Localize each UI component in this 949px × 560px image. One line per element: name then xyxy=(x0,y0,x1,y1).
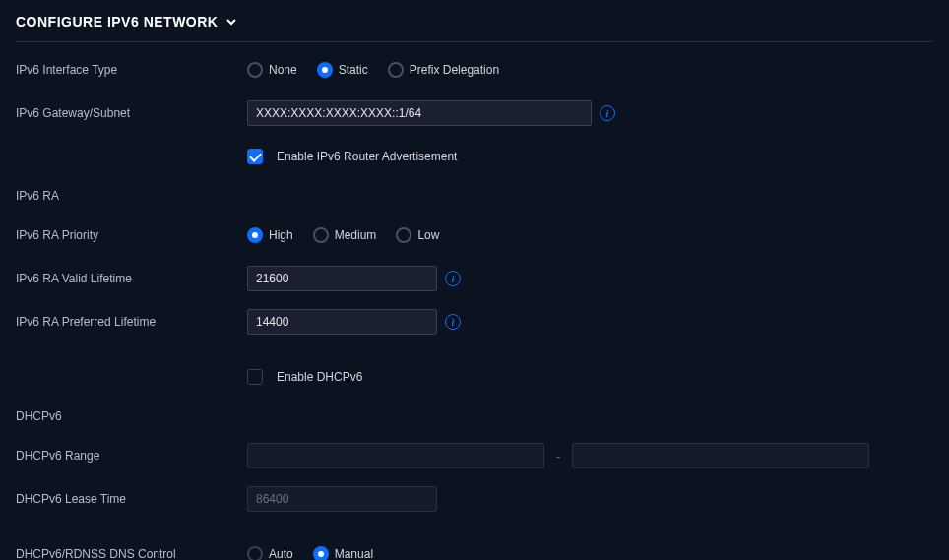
radio-dns-manual[interactable]: Manual xyxy=(313,546,373,560)
ra-enable-checkbox[interactable] xyxy=(247,149,263,164)
label-ra-priority: IPv6 RA Priority xyxy=(16,228,247,242)
radio-label: Static xyxy=(339,63,368,77)
radio-label: None xyxy=(269,63,297,77)
dhcpv6-range-stop-input[interactable] xyxy=(572,443,869,468)
row-dns-control: DHCPv6/RDNSS DNS Control Auto Manual xyxy=(16,540,933,560)
radio-label: High xyxy=(269,228,293,242)
dhcpv6-enable-label: Enable DHCPv6 xyxy=(277,370,362,384)
label-interface-type: IPv6 Interface Type xyxy=(16,63,247,77)
interface-type-radio-group: None Static Prefix Delegation xyxy=(247,62,499,78)
row-ra-priority: IPv6 RA Priority High Medium Low xyxy=(16,221,933,249)
radio-icon xyxy=(388,62,404,78)
radio-interface-prefix[interactable]: Prefix Delegation xyxy=(388,62,499,78)
label-dhcpv6-range: DHCPv6 Range xyxy=(16,449,247,463)
radio-label: Prefix Delegation xyxy=(410,63,499,77)
row-dhcpv6-enable: Enable DHCPv6 xyxy=(16,363,933,391)
radio-label: Low xyxy=(417,228,439,242)
section-header[interactable]: CONFIGURE IPV6 NETWORK xyxy=(16,14,933,42)
row-dhcpv6-lease-time: DHCPv6 Lease Time xyxy=(16,485,933,513)
ra-preferred-lifetime-input[interactable] xyxy=(247,309,437,335)
row-ra-enable: Enable IPv6 Router Advertisement xyxy=(16,143,933,170)
radio-priority-high[interactable]: High xyxy=(247,227,293,243)
label-ra: IPv6 RA xyxy=(16,189,247,203)
radio-label: Medium xyxy=(335,228,377,242)
row-interface-type: IPv6 Interface Type None Static Prefix D… xyxy=(16,56,933,84)
row-ra: IPv6 RA xyxy=(16,182,933,210)
dhcpv6-range-start-input[interactable] xyxy=(247,443,544,468)
radio-icon xyxy=(247,62,263,78)
label-dhcpv6: DHCPv6 xyxy=(16,409,247,423)
row-dhcpv6-range: DHCPv6 Range - xyxy=(16,442,933,469)
radio-interface-none[interactable]: None xyxy=(247,62,297,78)
dhcpv6-lease-time-input[interactable] xyxy=(247,486,437,512)
label-ra-preferred-lifetime: IPv6 RA Preferred Lifetime xyxy=(16,315,247,329)
row-dhcpv6: DHCPv6 xyxy=(16,403,933,430)
radio-icon xyxy=(313,227,329,243)
radio-priority-medium[interactable]: Medium xyxy=(313,227,377,243)
radio-icon xyxy=(247,227,263,243)
radio-icon xyxy=(313,546,329,560)
info-icon[interactable]: i xyxy=(600,105,615,121)
ra-valid-lifetime-input[interactable] xyxy=(247,266,437,291)
chevron-down-icon xyxy=(225,16,237,28)
radio-label: Manual xyxy=(335,547,373,560)
label-dhcpv6-lease-time: DHCPv6 Lease Time xyxy=(16,492,247,506)
ra-priority-radio-group: High Medium Low xyxy=(247,227,439,243)
radio-priority-low[interactable]: Low xyxy=(396,227,439,243)
dns-control-radio-group: Auto Manual xyxy=(247,546,373,560)
gateway-subnet-input[interactable] xyxy=(247,100,592,126)
range-separator: - xyxy=(552,449,564,464)
radio-interface-static[interactable]: Static xyxy=(317,62,368,78)
radio-icon xyxy=(396,227,411,243)
label-dns-control: DHCPv6/RDNSS DNS Control xyxy=(16,547,247,560)
label-gateway-subnet: IPv6 Gateway/Subnet xyxy=(16,106,247,120)
row-gateway-subnet: IPv6 Gateway/Subnet i xyxy=(16,99,933,127)
dhcpv6-enable-checkbox[interactable] xyxy=(247,369,263,385)
radio-dns-auto[interactable]: Auto xyxy=(247,546,293,560)
row-ra-valid-lifetime: IPv6 RA Valid Lifetime i xyxy=(16,265,933,292)
radio-icon xyxy=(247,546,263,560)
radio-label: Auto xyxy=(269,547,293,560)
label-ra-valid-lifetime: IPv6 RA Valid Lifetime xyxy=(16,272,247,285)
section-title: CONFIGURE IPV6 NETWORK xyxy=(16,14,218,30)
row-ra-preferred-lifetime: IPv6 RA Preferred Lifetime i xyxy=(16,308,933,336)
info-icon[interactable]: i xyxy=(445,271,461,286)
radio-icon xyxy=(317,62,333,78)
ra-enable-label: Enable IPv6 Router Advertisement xyxy=(277,150,457,163)
info-icon[interactable]: i xyxy=(445,314,461,330)
